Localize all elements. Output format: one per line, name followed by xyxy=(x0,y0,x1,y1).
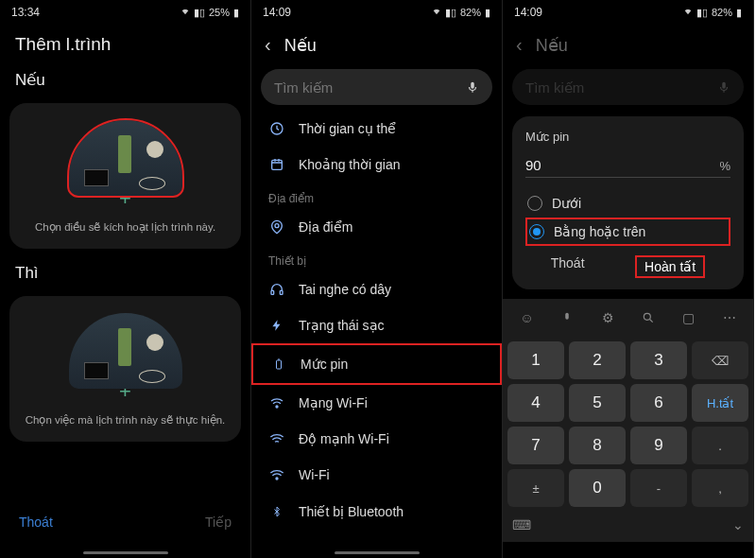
clock: 14:09 xyxy=(514,6,542,19)
clock: 14:09 xyxy=(263,6,291,19)
search-bar[interactable] xyxy=(261,69,492,105)
svg-point-7 xyxy=(276,478,278,480)
clock-icon xyxy=(268,121,285,136)
radio-at-or-above[interactable]: Bằng hoặc trên xyxy=(525,218,730,246)
key-comma[interactable]: , xyxy=(692,469,748,507)
row-wifi[interactable]: Wi-Fi xyxy=(251,457,502,493)
signal-icon: ▮▯ xyxy=(194,7,205,19)
svg-rect-3 xyxy=(271,290,274,294)
back-icon[interactable]: ‹ xyxy=(265,34,271,56)
bolt-icon xyxy=(268,318,285,333)
keyboard-collapse-icon[interactable]: ⌄ xyxy=(732,517,744,532)
header: ‹ Nếu xyxy=(503,21,753,63)
key-dot[interactable]: . xyxy=(692,427,748,464)
status-bar: 13:34 ▮▯ 25% ▮ xyxy=(0,0,250,21)
battery-text: 82% xyxy=(712,7,732,18)
battery-icon: ▮ xyxy=(736,7,742,19)
if-card[interactable]: + Chọn điều sẽ kích hoạt lịch trình này. xyxy=(9,103,241,249)
key-9[interactable]: 9 xyxy=(630,427,687,464)
row-wifi-strength[interactable]: Độ mạnh Wi-Fi xyxy=(251,421,502,457)
row-bluetooth[interactable]: Thiết bị Bluetooth xyxy=(251,493,502,531)
signal-icon: ▮▯ xyxy=(445,7,456,19)
keyboard-toolbar: ☺ ⚙ ▢ ⋯ xyxy=(503,299,753,337)
location-icon xyxy=(268,219,285,235)
battery-icon: ▮ xyxy=(485,7,490,19)
row-wifi-network[interactable]: Mạng Wi-Fi xyxy=(251,385,502,421)
image-icon[interactable]: ▢ xyxy=(676,305,702,331)
battery-icon: ▮ xyxy=(233,7,239,19)
row-headphones[interactable]: Tai nghe có dây xyxy=(251,271,502,307)
numeric-keyboard: 1 2 3 ⌫ 4 5 6 H.tất 7 8 9 . ± 0 - , xyxy=(503,337,753,512)
radio-icon[interactable] xyxy=(529,224,544,239)
if-caption: Chọn điều sẽ kích hoạt lịch trình này. xyxy=(35,220,215,234)
radio-label: Bằng hoặc trên xyxy=(554,224,645,239)
key-3[interactable]: 3 xyxy=(630,341,687,379)
key-6[interactable]: 6 xyxy=(630,384,687,422)
key-1[interactable]: 1 xyxy=(507,341,564,379)
emoji-icon[interactable]: ☺ xyxy=(513,305,540,331)
wifi-network-icon xyxy=(268,395,285,410)
calendar-icon xyxy=(268,157,285,172)
row-label: Trạng thái sạc xyxy=(299,318,385,333)
mic-icon[interactable] xyxy=(466,78,479,96)
done-button[interactable]: Hoàn tất xyxy=(635,255,705,278)
cancel-button[interactable]: Thoát xyxy=(551,255,585,278)
row-charging[interactable]: Trạng thái sạc xyxy=(251,307,502,343)
if-heading: Nếu xyxy=(0,64,250,97)
row-label: Tai nghe có dây xyxy=(299,282,391,297)
section-place: Địa điểm xyxy=(251,183,502,209)
exit-button[interactable]: Thoát xyxy=(19,514,53,530)
keyboard-switch-icon[interactable]: ⌨ xyxy=(512,517,531,532)
voice-icon[interactable] xyxy=(554,305,580,331)
radio-below[interactable]: Dưới xyxy=(525,189,730,218)
svg-rect-4 xyxy=(280,290,283,294)
row-label: Thời gian cụ thể xyxy=(299,121,396,136)
battery-panel: Mức pin 90 % Dưới Bằng hoặc trên Thoát H… xyxy=(512,116,744,289)
key-done[interactable]: H.tất xyxy=(692,384,748,422)
wifi-icon xyxy=(180,7,190,18)
keyboard-bottom: ⌨ ⌄ xyxy=(503,512,753,542)
radio-icon[interactable] xyxy=(527,196,542,211)
key-2[interactable]: 2 xyxy=(569,341,626,379)
more-icon[interactable]: ⋯ xyxy=(716,305,743,331)
screen-choose-condition: 14:09 ▮▯ 82% ▮ ‹ Nếu Thời gian cụ thể xyxy=(251,0,503,558)
key-5[interactable]: 5 xyxy=(569,384,626,422)
nav-handle[interactable] xyxy=(83,551,168,554)
radio-label: Dưới xyxy=(552,196,581,211)
signal-icon: ▮▯ xyxy=(696,7,708,19)
back-icon[interactable]: ‹ xyxy=(516,34,523,56)
value-row[interactable]: 90 % xyxy=(525,157,730,178)
battery-value-input[interactable]: 90 xyxy=(525,157,713,173)
then-card[interactable]: + Chọn việc mà lịch trình này sẽ thực hi… xyxy=(9,296,241,442)
headphones-icon xyxy=(268,282,285,297)
mic-icon xyxy=(717,78,730,96)
row-location[interactable]: Địa điểm xyxy=(251,209,502,245)
row-label: Mức pin xyxy=(301,357,348,372)
key-backspace[interactable]: ⌫ xyxy=(692,341,748,379)
battery-icon xyxy=(270,356,287,373)
key-sign[interactable]: ± xyxy=(507,469,564,507)
if-illustration[interactable] xyxy=(69,120,182,196)
screen-battery-level: 14:09 ▮▯ 82% ▮ ‹ Nếu Mức pin 90 % Dưới xyxy=(503,0,754,558)
then-heading: Thì xyxy=(0,258,250,290)
footer: Thoát Tiếp xyxy=(0,501,250,558)
key-7[interactable]: 7 xyxy=(507,427,564,464)
row-label: Thiết bị Bluetooth xyxy=(299,504,404,519)
row-time-range[interactable]: Khoảng thời gian xyxy=(251,147,502,183)
key-8[interactable]: 8 xyxy=(569,427,626,464)
battery-text: 25% xyxy=(209,7,230,18)
key-4[interactable]: 4 xyxy=(507,384,564,422)
search-icon[interactable] xyxy=(635,305,662,331)
row-time-specific[interactable]: Thời gian cụ thể xyxy=(251,111,502,147)
gear-icon[interactable]: ⚙ xyxy=(594,305,621,331)
search-input[interactable] xyxy=(274,79,466,96)
svg-rect-1 xyxy=(272,160,283,169)
nav-handle[interactable] xyxy=(335,551,420,554)
key-dash[interactable]: - xyxy=(630,469,687,507)
search-input xyxy=(525,79,717,96)
battery-text: 82% xyxy=(460,7,481,18)
row-battery-level[interactable]: Mức pin xyxy=(251,343,502,385)
next-button[interactable]: Tiếp xyxy=(205,514,232,530)
clock: 13:34 xyxy=(11,6,40,19)
key-0[interactable]: 0 xyxy=(569,469,626,507)
